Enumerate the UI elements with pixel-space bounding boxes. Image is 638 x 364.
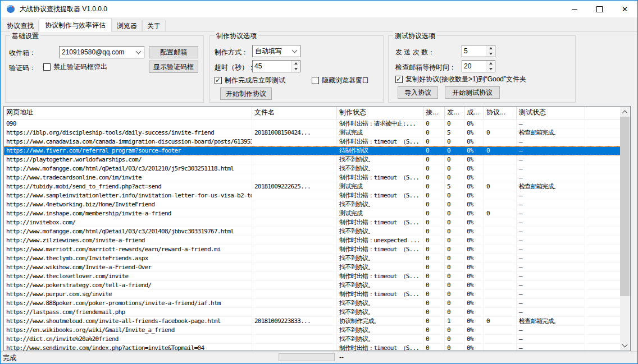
cell-url: https://iblp.org/discipleship-tools/dail…: [4, 128, 252, 137]
vertical-scrollbar[interactable]: [620, 107, 630, 350]
table-row[interactable]: https://www.4networking.biz/Home/InviteF…: [4, 200, 621, 209]
table-row[interactable]: https://en.wikibooks.org/wiki/Gmail/Invi…: [4, 326, 621, 335]
stepper-down-button[interactable]: [291, 66, 300, 72]
table-row[interactable]: http://www.sendinvite.com/index.php?acti…: [4, 344, 621, 351]
column-header-sent[interactable]: 发...: [445, 107, 464, 119]
cell-filler: [585, 299, 621, 308]
test-after-make-checkbox[interactable]: 制作完成后立即测试: [215, 76, 285, 85]
cell-proto: [484, 218, 517, 227]
start-make-button[interactable]: 开始制作协议: [220, 87, 272, 100]
cell-recv: 0: [423, 344, 445, 351]
cell-test: 检查邮箱完成。: [517, 182, 585, 191]
cell-proto: [484, 335, 517, 344]
stepper-up-button[interactable]: [486, 45, 495, 51]
cell-make: 找不到协议。: [337, 164, 423, 173]
column-header-url[interactable]: 网页地址: [4, 107, 252, 119]
table-row[interactable]: https://tubidy.mobi/send_to_friend.php?a…: [4, 182, 621, 191]
progress-suffix: --: [339, 353, 344, 361]
table-row[interactable]: https://www.canadavisa.com/canada-immigr…: [4, 137, 621, 146]
cell-recv: 0: [423, 209, 445, 218]
stepper-down-button[interactable]: [486, 66, 495, 72]
table-row[interactable]: https://www.sampleinvitationletter.info/…: [4, 191, 621, 200]
disable-captcha-checkbox-label: 禁止验证码框弹出: [53, 62, 107, 72]
tab-protocol-make-evaluate[interactable]: 协议制作与效率评估: [39, 18, 112, 32]
start-test-button[interactable]: 开始测试协议: [445, 86, 500, 99]
title-bar: 大战协议查找提取器 V1.0.0.0 ✕: [1, 1, 637, 17]
group-make-options-title: 制作协议选项: [215, 31, 258, 41]
table-row[interactable]: https://www.pokerstrategy.com/tell-a-fri…: [4, 281, 621, 290]
cell-proto: 0: [484, 209, 517, 218]
table-row[interactable]: https://www.marriott.com/marriott-reward…: [4, 245, 621, 254]
scrollbar-down-button[interactable]: [620, 340, 630, 350]
stepper-up-button[interactable]: [291, 61, 300, 66]
import-protocol-button[interactable]: 导入协议: [398, 86, 438, 99]
cell-recv: 0: [423, 200, 445, 209]
table-row[interactable]: https://www.inshape.com/membership/invit…: [4, 209, 621, 218]
table-row[interactable]: https://www.wikihow.com/Invite-a-Friend-…: [4, 263, 621, 272]
scrollbar-thumb[interactable]: [620, 117, 630, 296]
cell-test: —: [517, 344, 585, 351]
column-header-recv[interactable]: 接...: [423, 107, 445, 119]
cell-filler: [585, 281, 621, 290]
send-count-stepper[interactable]: 5: [462, 45, 495, 57]
column-header-proto[interactable]: 协议...: [484, 107, 517, 119]
table-row[interactable]: https://www.theclymb.com/InviteFriends.a…: [4, 254, 621, 263]
arrow-up-icon: [489, 62, 493, 64]
table-row[interactable]: https://iblp.org/discipleship-tools/dail…: [4, 128, 621, 137]
stepper-down-button[interactable]: [486, 51, 495, 57]
configure-mail-button[interactable]: 配置邮箱: [149, 46, 198, 58]
table-row[interactable]: http://www.mofangge.com/html/qDetail/03/…: [4, 227, 621, 236]
scrollbar-up-button[interactable]: [620, 107, 630, 117]
disable-captcha-checkbox[interactable]: 禁止验证码框弹出: [43, 62, 107, 72]
timeout-stepper[interactable]: 45: [252, 60, 300, 72]
column-header-make[interactable]: 制作状态: [337, 107, 423, 119]
column-header-file[interactable]: 文件名: [252, 107, 337, 119]
table-row[interactable]: http://www.mofangge.com/html/qDetail/03/…: [4, 164, 621, 173]
table-body: 090制作时出错：请求被中止:...000%—https://iblp.org/…: [4, 119, 621, 351]
cell-recv: 0: [423, 335, 445, 344]
make-method-combobox[interactable]: 自动填写: [252, 45, 300, 57]
tab-browser[interactable]: 浏览器: [112, 20, 142, 31]
close-button[interactable]: ✕: [612, 1, 637, 17]
table-row[interactable]: https://www.888poker.com/poker-promotion…: [4, 299, 621, 308]
cell-filler: [585, 317, 621, 326]
maximize-button[interactable]: [587, 1, 612, 17]
cell-file: [252, 191, 337, 200]
tab-protocol-search[interactable]: 协议查找: [2, 20, 39, 31]
table-row[interactable]: https://www.shoutmeloud.com/invite-all-f…: [4, 317, 621, 326]
table-row[interactable]: http://www.tradecardsonline.com/im/invit…: [4, 173, 621, 182]
table-row[interactable]: http://invitebox.com/制作时出错：timeout （S...…: [4, 218, 621, 227]
cell-make: 找不到协议。: [337, 200, 423, 209]
minimize-button[interactable]: [562, 1, 587, 17]
table-row[interactable]: http://dict.cn/invite%20a%20friend找不到协议。…: [4, 335, 621, 344]
cell-make: 制作时出错：timeout （S...: [337, 290, 423, 299]
table-row[interactable]: 090制作时出错：请求被中止:...000%—: [4, 119, 621, 128]
show-captcha-button[interactable]: 显示验证码框: [149, 61, 198, 73]
cell-file: [252, 308, 337, 317]
cell-recv: 0: [423, 164, 445, 173]
cell-test: —: [517, 281, 585, 290]
copy-good-checkbox[interactable]: 复制好协议(接收数量>1)到“Good”文件夹: [395, 75, 526, 84]
minimize-icon: [572, 9, 577, 10]
table-row[interactable]: https://lastpass.com/friendemail.php找不到协…: [4, 308, 621, 317]
table-row[interactable]: http://www.zilziewines.com/invite-a-frie…: [4, 236, 621, 245]
cell-filler: [585, 137, 621, 146]
column-header-test[interactable]: 测试状态: [517, 107, 585, 119]
cell-make: 协议制作完成。: [337, 317, 423, 326]
timeout-label: 超时（秒）：: [215, 63, 255, 72]
wait-time-stepper[interactable]: 20: [462, 60, 495, 72]
hide-browser-checkbox[interactable]: 隐藏浏览器窗口: [312, 76, 369, 85]
table-row[interactable]: https://www.theclosetlover.com/invite制作时…: [4, 272, 621, 281]
cell-filler: [585, 164, 621, 173]
arrow-down-icon: [489, 53, 493, 55]
cell-filler: [585, 173, 621, 182]
cell-make: 找不到协议。: [337, 254, 423, 263]
table-row[interactable]: https://www.fiverr.com/referral_program?…: [4, 146, 621, 155]
stepper-up-button[interactable]: [486, 61, 495, 66]
table-row[interactable]: https://www.purpur.com.sg/invite制作时出错：ti…: [4, 290, 621, 299]
inbox-combobox[interactable]: 210919580@qq.com: [59, 46, 144, 58]
column-header-rate[interactable]: 成...: [464, 107, 484, 119]
cell-test: —: [517, 290, 585, 299]
tab-about[interactable]: 关于: [142, 20, 166, 31]
table-row[interactable]: https://playtogether.worldofwarships.com…: [4, 155, 621, 164]
